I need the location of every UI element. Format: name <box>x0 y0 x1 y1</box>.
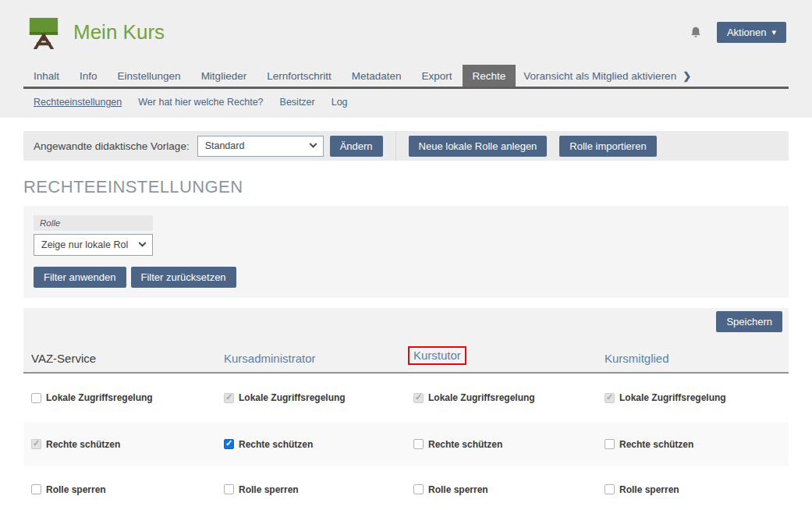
column-header-kurstutor[interactable]: Kurstutor <box>413 349 461 362</box>
tab-lernfortschritt[interactable]: Lernfortschritt <box>257 65 342 87</box>
filter-role-value: Zeige nur lokale Rol <box>41 239 128 250</box>
tab-metadaten[interactable]: Metadaten <box>342 65 412 87</box>
caret-down-icon: ▾ <box>771 28 776 37</box>
checkbox[interactable] <box>224 439 234 449</box>
change-button[interactable]: Ändern <box>330 136 383 157</box>
didactic-template-label: Angewandte didaktische Vorlage: <box>34 140 190 152</box>
reset-filter-button[interactable]: Filter zurücksetzen <box>131 267 236 288</box>
permission-row-lokale-zugriffsregelung: Lokale Zugriffsregelung Lokale Zugriffsr… <box>23 374 789 422</box>
chevron-down-icon <box>139 239 147 246</box>
permission-cell: Rechte schützen <box>605 439 789 450</box>
actions-button-label: Aktionen <box>727 27 767 38</box>
apply-filter-button[interactable]: Filter anwenden <box>34 267 126 288</box>
checkbox[interactable] <box>31 484 41 494</box>
tab-info[interactable]: Info <box>69 65 108 87</box>
checkbox-label: Lokale Zugriffsregelung <box>46 392 153 403</box>
permission-cell: Rolle sperren <box>31 484 224 495</box>
checkbox-label: Rechte schützen <box>239 439 313 450</box>
didactic-template-toolbar: Angewandte didaktische Vorlage: Standard… <box>23 131 789 161</box>
change-button-label: Ändern <box>340 140 373 152</box>
tab-rechte[interactable]: Rechte <box>463 65 516 87</box>
column-header-vaz-service: VAZ-Service <box>31 352 224 365</box>
checkbox[interactable] <box>31 393 41 403</box>
filter-panel: Rolle Zeige nur lokale Rol Filter anwend… <box>23 206 789 298</box>
permission-cell: Rolle sperren <box>605 484 789 495</box>
permission-cell: Lokale Zugriffsregelung <box>605 392 789 403</box>
save-button[interactable]: Speichern <box>716 311 782 332</box>
checkbox-label: Rolle sperren <box>46 484 106 495</box>
reset-filter-label: Filter zurücksetzen <box>141 271 226 283</box>
subtab-rechteeinstellungen[interactable]: Rechteeinstellungen <box>34 97 122 108</box>
import-role-label: Rolle importieren <box>569 140 646 152</box>
preview-as-member-link[interactable]: Voransicht als Mitglied aktivieren ❯ <box>516 65 696 87</box>
new-local-role-button[interactable]: Neue lokale Rolle anlegen <box>409 136 548 157</box>
checkbox[interactable] <box>413 484 424 494</box>
preview-as-member-label: Voransicht als Mitglied aktivieren <box>523 70 676 82</box>
chevron-down-icon <box>309 140 317 147</box>
checkbox[interactable] <box>413 439 424 449</box>
checkbox-label: Lokale Zugriffsregelung <box>619 392 726 403</box>
permission-row-rechte-schuetzen: Rechte schützen Rechte schützen Rechte s… <box>23 422 789 466</box>
checkbox[interactable] <box>224 484 234 494</box>
column-header-kursmitglied[interactable]: Kursmitglied <box>605 352 669 365</box>
checkbox-label: Lokale Zugriffsregelung <box>428 392 535 403</box>
toolbar-divider <box>395 131 396 161</box>
filter-role-label: Rolle <box>34 215 153 231</box>
checkbox-label: Rolle sperren <box>239 484 299 495</box>
checkbox <box>224 393 234 403</box>
tab-einstellungen[interactable]: Einstellungen <box>108 65 191 87</box>
permission-cell: Lokale Zugriffsregelung <box>413 392 605 403</box>
permission-cell: Lokale Zugriffsregelung <box>224 392 413 403</box>
permission-cell: Rolle sperren <box>224 484 413 495</box>
permission-cell: Rechte schützen <box>413 439 605 450</box>
tab-export[interactable]: Export <box>411 65 462 87</box>
top-header-area: Mein Kurs Aktionen ▾ Inhalt Info Einstel… <box>0 0 812 118</box>
checkbox <box>605 393 615 403</box>
permission-cell: Rolle sperren <box>413 484 605 495</box>
table-header-row: VAZ-Service Kursadministrator Kurstutor … <box>23 335 789 374</box>
page-title: Mein Kurs <box>73 20 165 44</box>
checkbox-label: Rechte schützen <box>46 439 120 450</box>
new-local-role-label: Neue lokale Rolle anlegen <box>419 140 537 152</box>
permission-cell: Rechte schützen <box>224 439 413 450</box>
tab-mitglieder[interactable]: Mitglieder <box>191 65 257 87</box>
checkbox-label: Rolle sperren <box>428 484 488 495</box>
chevron-right-icon: ❯ <box>683 70 691 82</box>
didactic-template-value: Standard <box>205 140 245 151</box>
checkbox <box>413 393 424 403</box>
filter-role-select[interactable]: Zeige nur lokale Rol <box>34 234 153 256</box>
section-title: RECHTEEINSTELLUNGEN <box>23 177 789 197</box>
notification-bell-icon[interactable] <box>690 26 702 40</box>
import-role-button[interactable]: Rolle importieren <box>559 136 656 157</box>
checkbox-label: Lokale Zugriffsregelung <box>239 392 346 403</box>
subtab-wer-hat-welche-rechte[interactable]: Wer hat hier welche Rechte? <box>138 97 263 108</box>
permission-row-rolle-sperren: Rolle sperren Rolle sperren Rolle sperre… <box>23 466 789 510</box>
checkbox-label: Rechte schützen <box>428 439 502 450</box>
tab-inhalt[interactable]: Inhalt <box>23 65 69 87</box>
checkbox-label: Rechte schützen <box>619 439 693 450</box>
checkbox <box>31 439 41 449</box>
permissions-table: Speichern VAZ-Service Kursadministrator … <box>23 308 789 510</box>
checkbox[interactable] <box>605 484 615 494</box>
column-header-kursadministrator[interactable]: Kursadministrator <box>224 352 316 365</box>
sub-tab-bar: Rechteeinstellungen Wer hat hier welche … <box>23 89 789 108</box>
main-tab-bar: Inhalt Info Einstellungen Mitglieder Ler… <box>23 65 789 89</box>
table-toolbar: Speichern <box>23 308 789 335</box>
highlight-box: Kurstutor <box>408 346 466 365</box>
course-board-logo-icon <box>26 16 62 49</box>
apply-filter-label: Filter anwenden <box>44 271 116 283</box>
subtab-log[interactable]: Log <box>332 97 348 108</box>
checkbox-label: Rolle sperren <box>619 484 679 495</box>
subtab-besitzer[interactable]: Besitzer <box>280 97 315 108</box>
save-button-label: Speichern <box>726 316 772 328</box>
permission-cell: Rechte schützen <box>31 439 224 450</box>
didactic-template-select[interactable]: Standard <box>197 136 324 157</box>
header-bar: Mein Kurs Aktionen ▾ <box>0 0 812 65</box>
permission-cell: Lokale Zugriffsregelung <box>31 392 224 403</box>
checkbox[interactable] <box>605 439 615 449</box>
actions-button[interactable]: Aktionen ▾ <box>717 22 786 43</box>
